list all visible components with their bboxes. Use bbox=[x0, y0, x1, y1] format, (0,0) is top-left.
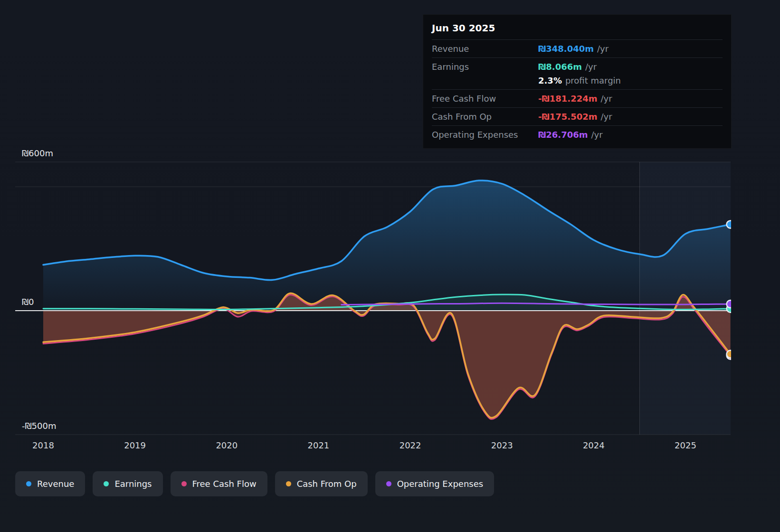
legend-item-cash-from-op[interactable]: Cash From Op bbox=[275, 471, 368, 496]
end-dot-operating-expenses bbox=[727, 300, 734, 308]
tooltip-value-free-cash-flow: -₪181.224m bbox=[538, 94, 598, 104]
tooltip-date: Jun 30 2025 bbox=[432, 21, 723, 39]
legend-label-operating-expenses: Operating Expenses bbox=[397, 479, 483, 489]
tooltip-valuecell-earnings: ₪8.066m/yr bbox=[538, 62, 723, 72]
tooltip-label-operating-expenses: Operating Expenses bbox=[432, 130, 538, 140]
tooltip-row-cash-from-op: Cash From Op -₪175.502m/yr bbox=[432, 107, 723, 125]
x-axis-label: 2023 bbox=[491, 440, 513, 450]
tooltip-row-profit-margin: 2.3%profit margin bbox=[432, 76, 723, 89]
tooltip-suffix-operating-expenses: /yr bbox=[591, 130, 603, 140]
area-revenue bbox=[43, 180, 731, 311]
tooltip-row-free-cash-flow: Free Cash Flow -₪181.224m/yr bbox=[432, 89, 723, 107]
area-cash-from-op bbox=[43, 293, 731, 418]
tooltip-suffix-free-cash-flow: /yr bbox=[601, 94, 612, 104]
x-axis-label: 2019 bbox=[124, 440, 146, 450]
chart-tooltip: Jun 30 2025 Revenue ₪348.040m/yr Earning… bbox=[423, 14, 732, 149]
tooltip-suffix-revenue: /yr bbox=[597, 44, 609, 54]
tooltip-value-revenue: ₪348.040m bbox=[538, 44, 594, 54]
legend-label-free-cash-flow: Free Cash Flow bbox=[192, 479, 257, 489]
x-axis-label: 2025 bbox=[675, 440, 696, 450]
tooltip-row-earnings: Earnings ₪8.066m/yr bbox=[432, 57, 723, 76]
x-axis-label: 2021 bbox=[307, 440, 329, 450]
tooltip-valuecell-profit-margin: 2.3%profit margin bbox=[538, 76, 723, 86]
y-axis-label: ₪600m bbox=[22, 148, 53, 158]
tooltip-suffix-profit-margin: profit margin bbox=[565, 76, 621, 86]
tooltip-value-operating-expenses: ₪26.706m bbox=[538, 130, 588, 140]
legend-label-earnings: Earnings bbox=[114, 479, 152, 489]
tooltip-row-operating-expenses: Operating Expenses ₪26.706m/yr bbox=[432, 125, 723, 143]
x-axis-label: 2024 bbox=[583, 440, 605, 450]
tooltip-suffix-earnings: /yr bbox=[585, 62, 597, 72]
tooltip-label-free-cash-flow: Free Cash Flow bbox=[432, 94, 538, 104]
tooltip-valuecell-cash-from-op: -₪175.502m/yr bbox=[538, 112, 723, 122]
x-axis-label: 2018 bbox=[32, 440, 54, 450]
legend-item-operating-expenses[interactable]: Operating Expenses bbox=[375, 471, 494, 496]
tooltip-label-cash-from-op: Cash From Op bbox=[432, 112, 538, 122]
tooltip-label-earnings: Earnings bbox=[432, 62, 538, 72]
tooltip-value-profit-margin: 2.3% bbox=[538, 76, 562, 86]
end-dot-revenue bbox=[727, 220, 734, 228]
tooltip-valuecell-free-cash-flow: -₪181.224m/yr bbox=[538, 94, 723, 104]
tooltip-valuecell-revenue: ₪348.040m/yr bbox=[538, 44, 723, 54]
legend-item-earnings[interactable]: Earnings bbox=[93, 471, 162, 496]
tooltip-label-revenue: Revenue bbox=[432, 44, 538, 54]
cash-from-op-series-dot-icon bbox=[286, 481, 291, 486]
chart-legend: Revenue Earnings Free Cash Flow Cash Fro… bbox=[15, 471, 494, 496]
earnings-series-dot-icon bbox=[104, 481, 109, 486]
legend-label-cash-from-op: Cash From Op bbox=[297, 479, 357, 489]
tooltip-suffix-cash-from-op: /yr bbox=[601, 112, 612, 122]
y-axis-label: -₪500m bbox=[22, 421, 57, 431]
tooltip-valuecell-operating-expenses: ₪26.706m/yr bbox=[538, 130, 723, 140]
operating-expenses-series-dot-icon bbox=[386, 481, 391, 486]
plot-area bbox=[15, 162, 734, 435]
tooltip-row-revenue: Revenue ₪348.040m/yr bbox=[432, 39, 723, 57]
legend-item-free-cash-flow[interactable]: Free Cash Flow bbox=[171, 471, 267, 496]
x-axis-label: 2020 bbox=[216, 440, 238, 450]
tooltip-value-earnings: ₪8.066m bbox=[538, 62, 582, 72]
y-axis-label: ₪0 bbox=[22, 297, 34, 307]
tooltip-value-cash-from-op: -₪175.502m bbox=[538, 112, 598, 122]
x-axis-label: 2022 bbox=[400, 440, 421, 450]
chart-page: ₪600m₪0-₪500m201820192020202120222023202… bbox=[0, 0, 780, 532]
legend-item-revenue[interactable]: Revenue bbox=[15, 471, 85, 496]
end-dot-cash-from-op bbox=[727, 351, 734, 358]
legend-label-revenue: Revenue bbox=[37, 479, 74, 489]
revenue-series-dot-icon bbox=[26, 481, 31, 486]
free-cash-flow-series-dot-icon bbox=[181, 481, 187, 486]
